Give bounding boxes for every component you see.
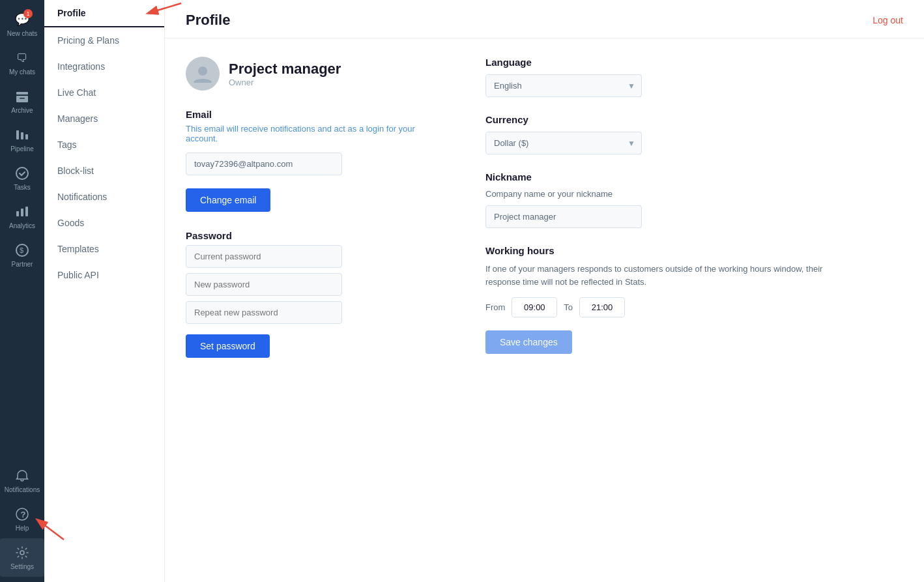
svg-point-15 xyxy=(198,66,207,76)
language-select[interactable]: English French German Spanish xyxy=(485,74,642,97)
help-label: Help xyxy=(16,525,29,532)
svg-text:$: $ xyxy=(20,246,23,254)
currency-select-wrapper: Dollar ($) Euro (€) Pound (£) ▼ xyxy=(485,132,642,154)
currency-section: Currency Dollar ($) Euro (€) Pound (£) ▼ xyxy=(485,114,903,154)
nav-item-tags[interactable]: Tags xyxy=(44,132,164,158)
language-label: Language xyxy=(485,57,903,68)
settings-label: Settings xyxy=(10,563,34,570)
sidebar-item-archive[interactable]: Archive xyxy=(0,82,44,121)
svg-rect-4 xyxy=(21,132,23,139)
currency-label: Currency xyxy=(485,114,903,125)
sidebar-item-analytics[interactable]: Analytics xyxy=(0,197,44,236)
working-hours-label: Working hours xyxy=(485,245,903,256)
profile-role: Owner xyxy=(229,78,341,87)
new-password-input[interactable] xyxy=(186,273,342,296)
profile-info: Project manager Owner xyxy=(229,61,341,87)
main-content: Profile Log out Project manager Owner xyxy=(165,0,924,582)
analytics-icon xyxy=(14,204,30,220)
repeat-password-input[interactable] xyxy=(186,301,342,324)
sidebar-item-partner[interactable]: $ Partner xyxy=(0,236,44,274)
archive-icon xyxy=(14,89,30,104)
analytics-label: Analytics xyxy=(9,222,35,229)
pipeline-label: Pipeline xyxy=(10,145,34,153)
archive-label: Archive xyxy=(11,107,33,114)
change-email-button[interactable]: Change email xyxy=(186,188,270,212)
nav-item-pricing[interactable]: Pricing & Plans xyxy=(44,27,164,53)
my-chats-icon: 🗨 xyxy=(14,50,30,66)
my-chats-label: My chats xyxy=(9,68,35,76)
currency-select[interactable]: Dollar ($) Euro (€) Pound (£) xyxy=(485,132,642,154)
sidebar-item-my-chats[interactable]: 🗨 My chats xyxy=(0,44,44,82)
language-select-wrapper: English French German Spanish ▼ xyxy=(485,74,642,97)
tasks-label: Tasks xyxy=(14,184,31,191)
pipeline-icon xyxy=(14,127,30,143)
partner-label: Partner xyxy=(12,261,33,268)
set-password-button[interactable]: Set password xyxy=(186,334,270,358)
svg-text:?: ? xyxy=(21,510,26,519)
settings-icon xyxy=(14,545,30,560)
sidebar-item-new-chats[interactable]: 💬 1 New chats xyxy=(0,5,44,44)
nav-item-public-api[interactable]: Public API xyxy=(44,262,164,288)
nav-item-integrations[interactable]: Integrations xyxy=(44,53,164,80)
svg-rect-2 xyxy=(20,98,25,99)
nav-item-block-list[interactable]: Block-list xyxy=(44,158,164,184)
svg-point-14 xyxy=(20,551,24,555)
profile-header: Project manager Owner xyxy=(186,57,446,91)
svg-rect-9 xyxy=(25,207,28,216)
nickname-input[interactable] xyxy=(485,205,642,228)
main-header: Profile Log out xyxy=(165,0,924,38)
logout-button[interactable]: Log out xyxy=(873,15,903,25)
icon-sidebar-bottom: Notifications ? Help Settings xyxy=(0,461,44,577)
working-hours-description: If one of your managers responds to cust… xyxy=(485,263,824,288)
nav-item-goods[interactable]: Goods xyxy=(44,210,164,236)
svg-rect-5 xyxy=(25,134,28,139)
sidebar-item-notifications[interactable]: Notifications xyxy=(0,461,44,500)
sidebar-item-settings[interactable]: Settings xyxy=(0,538,44,577)
sidebar-item-help[interactable]: ? Help xyxy=(0,500,44,538)
notifications-icon xyxy=(14,468,30,484)
sidebar-item-tasks[interactable]: Tasks xyxy=(0,159,44,197)
icon-sidebar: 💬 1 New chats 🗨 My chats Archive Pipelin… xyxy=(0,0,44,582)
avatar xyxy=(186,57,220,91)
nickname-label: Nickname xyxy=(485,171,903,182)
nav-item-managers[interactable]: Managers xyxy=(44,106,164,132)
email-section-desc: This email will receive notifications an… xyxy=(186,124,446,143)
email-input[interactable] xyxy=(186,153,342,175)
save-changes-button[interactable]: Save changes xyxy=(485,330,572,354)
from-label: From xyxy=(485,302,505,312)
right-column: Language English French German Spanish ▼… xyxy=(485,57,903,564)
content-area: Project manager Owner Email This email w… xyxy=(165,38,924,582)
page-title: Profile xyxy=(186,12,230,29)
svg-rect-7 xyxy=(16,211,19,216)
to-label: To xyxy=(564,302,573,312)
partner-icon: $ xyxy=(14,242,30,258)
password-section: Password Set password xyxy=(186,230,446,358)
svg-rect-3 xyxy=(16,130,19,139)
current-password-input[interactable] xyxy=(186,245,342,268)
nav-item-live-chat[interactable]: Live Chat xyxy=(44,80,164,106)
tasks-icon xyxy=(14,166,30,181)
language-section: Language English French German Spanish ▼ xyxy=(485,57,903,97)
new-chats-badge: 1 xyxy=(23,9,33,18)
svg-point-6 xyxy=(16,167,28,179)
to-time-input[interactable] xyxy=(579,297,625,317)
new-chats-icon: 💬 1 xyxy=(14,12,30,27)
password-section-title: Password xyxy=(186,230,446,241)
help-icon: ? xyxy=(14,506,30,522)
nav-item-profile[interactable]: Profile xyxy=(44,0,164,27)
email-section: Email This email will receive notificati… xyxy=(186,109,446,212)
new-chats-label: New chats xyxy=(7,30,38,37)
svg-rect-1 xyxy=(16,96,28,102)
nickname-description: Company name or your nickname xyxy=(485,189,903,199)
hours-row: From To xyxy=(485,297,903,317)
sidebar-item-pipeline[interactable]: Pipeline xyxy=(0,121,44,159)
nav-sidebar: Profile Pricing & Plans Integrations Liv… xyxy=(44,0,165,582)
profile-name: Project manager xyxy=(229,61,341,78)
notifications-label: Notifications xyxy=(5,486,40,493)
left-column: Project manager Owner Email This email w… xyxy=(186,57,446,564)
email-section-title: Email xyxy=(186,109,446,120)
nickname-section: Nickname Company name or your nickname xyxy=(485,171,903,228)
from-time-input[interactable] xyxy=(512,297,557,317)
nav-item-templates[interactable]: Templates xyxy=(44,236,164,262)
nav-item-notifications[interactable]: Notifications xyxy=(44,184,164,210)
